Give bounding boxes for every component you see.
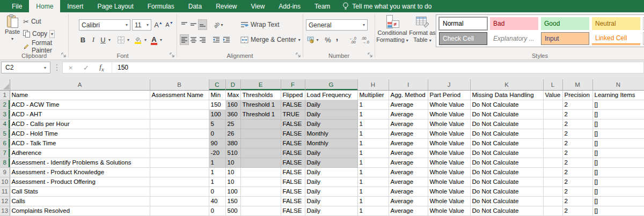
select-all-corner[interactable] [0,79,10,90]
cell-B7[interactable] [150,148,209,158]
cell-D10[interactable]: 10 [225,177,240,187]
cell-J2[interactable]: Whole Value [428,100,470,109]
cell-F4[interactable]: FALSE [281,119,305,129]
align-middle-button[interactable] [189,19,198,30]
borders-button[interactable] [116,34,126,45]
cell-style-check-cell[interactable]: Check Cell [439,32,487,45]
row-header-4[interactable]: 4 [0,119,10,129]
cell-K10[interactable]: Do Not Calculate [470,177,543,187]
cell-F5[interactable]: FALSE [281,129,305,138]
cell-H13[interactable]: 1 [357,206,389,215]
cell-C8[interactable]: 1 [209,158,225,167]
cell-B11[interactable] [150,187,209,196]
cell-N4[interactable]: [] [592,119,644,129]
cell-C10[interactable]: 1 [209,177,225,187]
cell-E8[interactable] [240,158,281,167]
row-header-13[interactable]: 13 [0,206,10,215]
row-header-12[interactable]: 12 [0,196,10,206]
cell-I10[interactable]: Average [389,177,428,187]
cell-I1[interactable]: Agg. Method [389,90,428,100]
cell-B10[interactable] [150,177,209,187]
row-header-5[interactable]: 5 [0,129,10,138]
cell-J10[interactable]: Whole Value [428,177,470,187]
row-header-1[interactable]: 1 [0,90,10,100]
cell-A12[interactable]: Calls [10,196,150,206]
cell-B4[interactable] [150,119,209,129]
name-box[interactable]: C2 ▾ [1,62,50,73]
column-header-G[interactable]: G [305,79,357,90]
insert-function-button[interactable]: fx [94,63,109,72]
cell-F10[interactable]: FALSE [281,177,305,187]
paste-dropdown-arrow[interactable]: ▾ [11,35,13,42]
cell-N2[interactable]: [] [592,100,644,109]
cell-D9[interactable]: 10 [225,167,240,177]
conditional-formatting-button[interactable]: ≠ Conditional Formatting ▾ [376,14,408,44]
cell-K5[interactable]: Do Not Calculate [470,129,543,138]
cell-K13[interactable]: Do Not Calculate [470,206,543,215]
cell-I9[interactable]: Average [389,167,428,177]
column-header-K[interactable]: K [470,79,543,90]
cell-G9[interactable]: Daily [305,167,357,177]
cell-M11[interactable]: 2 [562,187,592,196]
row-header-8[interactable]: 8 [0,158,10,167]
cell-M2[interactable]: 2 [562,100,592,109]
font-dialog-launcher[interactable] [170,53,175,58]
cell-F8[interactable]: FALSE [281,158,305,167]
cell-A3[interactable]: ACD - AHT [10,109,150,119]
cell-A13[interactable]: Complaints Resolved [10,206,150,215]
row-header-9[interactable]: 9 [0,167,10,177]
cell-N13[interactable]: [] [592,206,644,215]
cell-L1[interactable]: Value [543,90,562,100]
font-size-combo[interactable]: 11 ▾ [132,19,151,31]
orientation-button[interactable]: ab ▾ [211,19,225,30]
tab-add-ins[interactable]: Add-ins [272,0,308,12]
tab-page-layout[interactable]: Page Layout [90,0,140,12]
enter-button[interactable]: ✓ [78,64,94,72]
cell-G10[interactable]: Daily [305,177,357,187]
clipboard-dialog-launcher[interactable] [61,53,67,58]
cell-A8[interactable]: Assessment - Identify Problems & Solutio… [10,158,150,167]
cell-E4[interactable] [240,119,281,129]
tab-formulas[interactable]: Formulas [141,0,181,12]
cell-M9[interactable]: 2 [562,167,592,177]
cell-style-linked-cell[interactable]: Linked Cell [592,32,640,45]
cell-K9[interactable]: Do Not Calculate [470,167,543,177]
cell-H7[interactable]: 1 [357,148,389,158]
increase-indent-button[interactable] [222,34,231,45]
cell-D2[interactable]: 160 [225,100,240,109]
number-format-combo[interactable]: General ▾ [306,19,368,31]
cell-J5[interactable]: Whole Value [428,129,470,138]
cell-C4[interactable]: 5 [209,119,225,129]
cell-I6[interactable]: Average [389,138,428,148]
row-header-7[interactable]: 7 [0,148,10,158]
cell-A2[interactable]: ACD - ACW Time [10,100,150,109]
cell-G1[interactable]: Load Frequency [305,90,357,100]
cell-G6[interactable]: Monthly [305,138,357,148]
cell-J11[interactable]: Whole Value [428,187,470,196]
cell-H4[interactable]: 1 [357,119,389,129]
tab-data[interactable]: Data [181,0,209,12]
cell-A11[interactable]: Call Stats [10,187,150,196]
cell-N6[interactable]: [] [592,138,644,148]
align-bottom-button[interactable] [198,19,207,30]
cell-J4[interactable]: Whole Value [428,119,470,129]
wrap-text-button[interactable]: Wrap Text [240,19,280,30]
cell-M8[interactable]: 2 [562,158,592,167]
cell-C9[interactable]: 1 [209,167,225,177]
column-header-I[interactable]: I [389,79,428,90]
column-header-H[interactable]: H [357,79,389,90]
cell-I12[interactable]: Average [389,196,428,206]
row-header-10[interactable]: 10 [0,177,10,187]
cell-H8[interactable]: 1 [357,158,389,167]
cell-D11[interactable]: 100 [225,187,240,196]
cell-M4[interactable]: 2 [562,119,592,129]
cell-H9[interactable]: 1 [357,167,389,177]
cell-L3[interactable] [543,109,562,119]
cell-J1[interactable]: Part Period [428,90,470,100]
tell-me-box[interactable]: Tell me what you want to do [337,0,437,12]
cell-E1[interactable]: Thresholds [240,90,281,100]
copy-dropdown-arrow[interactable]: ▾ [49,30,55,38]
cell-K11[interactable]: Do Not Calculate [470,187,543,196]
cell-N11[interactable]: [] [592,187,644,196]
cell-F7[interactable]: FALSE [281,148,305,158]
